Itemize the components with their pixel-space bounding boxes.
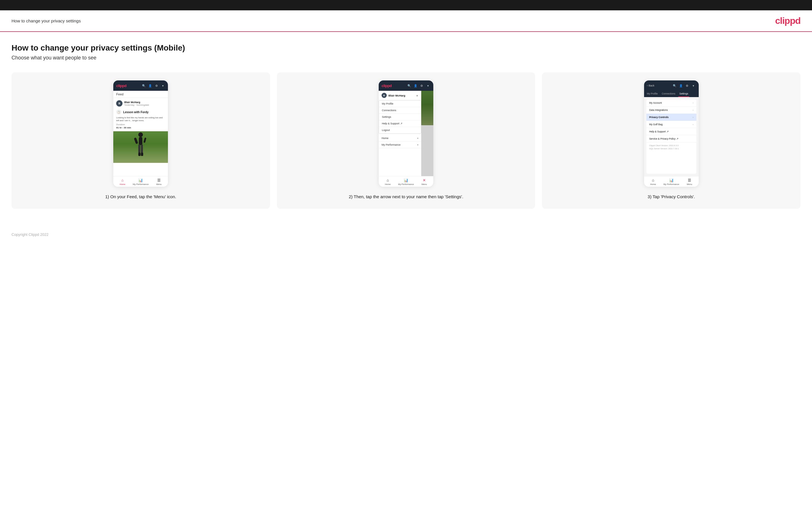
home-icon-1: ⌂ [121, 178, 123, 182]
chevron-icon-1: ▾ [160, 83, 165, 88]
step-2-card: clippd 🔍 👤 ⚙ ▾ [277, 72, 536, 209]
performance-icon-1: 📊 [138, 178, 143, 182]
menu-help-support: Help & Support ↗ [379, 120, 421, 127]
phone-mockup-3: ‹ Back 🔍 👤 ⚙ ▾ My Profile Connections Se… [644, 80, 699, 187]
phone-mockup-1: clippd 🔍 👤 ⚙ ▾ Feed B [113, 80, 168, 187]
menu-user-row: B Blair McHarg ▲ [379, 91, 421, 100]
bottom-menu-1: ☰ Menu [150, 178, 168, 185]
phone-navbar-2: clippd 🔍 👤 ⚙ ▾ [379, 80, 433, 91]
settings-data-integrations: Data Integrations › [646, 107, 697, 114]
chevron-icon-2: ▾ [426, 83, 430, 88]
help-support-label: Help & Support ↗ [649, 130, 669, 133]
svg-rect-6 [138, 153, 141, 156]
avatar-1: B [116, 100, 122, 107]
back-label: Back [649, 84, 654, 87]
menu-label-3: Menu [687, 183, 693, 185]
settings-tabs: My Profile Connections Settings [644, 91, 699, 97]
menu-performance-label: My Performance [382, 143, 401, 146]
lesson-title: Lesson with Fordy [123, 111, 148, 114]
svg-rect-5 [141, 145, 143, 153]
chevron-up-icon: ▲ [416, 94, 418, 97]
menu-home-section: Home ▾ [379, 135, 421, 142]
settings-privacy-controls: Privacy Controls › [646, 114, 697, 121]
copyright: Copyright Clippd 2022 [11, 232, 49, 237]
user-icon-1: 👤 [148, 83, 152, 88]
header: How to change your privacy settings clip… [0, 10, 812, 32]
settings-icon-2: ⚙ [419, 83, 424, 88]
phone-nav-icons-3: 🔍 👤 ⚙ ▾ [672, 83, 696, 88]
performance-icon-2: 📊 [404, 178, 408, 182]
bottom-menu-2: ✕ Menu [415, 178, 433, 185]
bottom-performance-2: 📊 My Performance [397, 178, 415, 185]
page-subtitle: Choose what you want people to see [11, 55, 801, 61]
chevron-down-home: ▾ [417, 137, 418, 139]
bottom-home-2: ⌂ Home [379, 178, 397, 185]
home-label-1: Home [119, 183, 125, 185]
menu-label-1: Menu [156, 183, 162, 185]
back-button: ‹ Back [647, 84, 654, 87]
golf-image [113, 131, 168, 163]
menu-user-name: Blair McHarg [389, 94, 405, 97]
feed-post: B Blair McHarg Yesterday · Sunningdale 📋… [113, 98, 168, 131]
menu-performance-section: My Performance ▾ [379, 142, 421, 148]
phone-mockup-2: clippd 🔍 👤 ⚙ ▾ [379, 80, 433, 187]
svg-rect-2 [134, 137, 138, 144]
settings-icon-3: ⚙ [685, 83, 690, 88]
bottom-performance-3: 📊 My Performance [662, 178, 680, 185]
chevron-privacy-controls: › [693, 116, 694, 119]
data-integrations-label: Data Integrations [649, 109, 668, 111]
phone-nav-icons-2: 🔍 👤 ⚙ ▾ [407, 83, 430, 88]
menu-label-2: Menu [421, 183, 427, 185]
service-privacy-label: Service & Privacy Policy ↗ [649, 137, 678, 140]
feed-tab: Feed [113, 91, 168, 98]
menu-dropdown: My Profile Connections Settings Help & S… [379, 100, 421, 134]
bottom-home-1: ⌂ Home [113, 178, 132, 185]
menu-settings: Settings [379, 114, 421, 120]
chevron-my-account: › [693, 102, 694, 104]
step-3-caption: 3) Tap 'Privacy Controls'. [648, 193, 695, 200]
bottom-performance-1: 📊 My Performance [132, 178, 150, 185]
search-icon-3: 🔍 [672, 83, 677, 88]
chevron-data-integrations: › [693, 109, 694, 111]
tab-connections: Connections [660, 91, 676, 97]
page-title: How to change your privacy settings (Mob… [11, 43, 801, 53]
menu-icon-3: ☰ [688, 178, 691, 182]
menu-overlay-wrapper: B Blair McHarg ▲ My Profile Connections … [379, 91, 433, 176]
header-title: How to change your privacy settings [11, 18, 81, 23]
phone-bottom-bar-2: ⌂ Home 📊 My Performance ✕ Menu [379, 176, 433, 187]
settings-my-account: My Account › [646, 99, 697, 107]
home-label-2: Home [385, 183, 391, 185]
menu-icon-1: ☰ [157, 178, 161, 182]
post-user-meta: Yesterday · Sunningdale [124, 104, 149, 106]
feed-post-header: B Blair McHarg Yesterday · Sunningdale [116, 100, 165, 107]
phone-content-1: Feed B Blair McHarg Yesterday · Sunningd… [113, 91, 168, 176]
step-1-caption: 1) On your Feed, tap the 'Menu' icon. [105, 193, 176, 200]
footer: Copyright Clippd 2022 [0, 226, 812, 243]
svg-rect-7 [141, 153, 143, 156]
performance-label-1: My Performance [133, 183, 149, 185]
back-arrow-icon: ‹ [647, 84, 648, 87]
home-icon-2: ⌂ [387, 178, 389, 182]
chevron-my-golf-bag: › [693, 123, 694, 126]
version-info: Clippd Client Version: 2022.8.3-3GQL Ser… [646, 143, 697, 152]
phone-nav-icons-1: 🔍 👤 ⚙ ▾ [142, 83, 165, 88]
top-bar [0, 0, 812, 10]
performance-icon-3: 📊 [669, 178, 674, 182]
menu-logout: Logout [379, 127, 421, 133]
logo: clippd [775, 15, 801, 26]
lesson-time: 01 hr : 30 min [116, 126, 165, 129]
svg-point-0 [138, 132, 143, 137]
settings-my-golf-bag: My Golf Bag › [646, 121, 697, 128]
phone-navbar-1: clippd 🔍 👤 ⚙ ▾ [113, 80, 168, 91]
settings-service-privacy: Service & Privacy Policy ↗ [646, 135, 697, 143]
svg-rect-4 [138, 145, 140, 153]
settings-back-bar: ‹ Back 🔍 👤 ⚙ ▾ [644, 80, 699, 91]
user-icon-3: 👤 [678, 83, 683, 88]
home-label-3: Home [650, 183, 656, 185]
bottom-home-3: ⌂ Home [644, 178, 662, 185]
tab-my-profile: My Profile [646, 91, 659, 97]
performance-label-3: My Performance [663, 183, 679, 185]
lesson-row: 📋 Lesson with Fordy [116, 108, 165, 116]
golfer-silhouette [113, 131, 168, 163]
search-icon-1: 🔍 [142, 83, 146, 88]
